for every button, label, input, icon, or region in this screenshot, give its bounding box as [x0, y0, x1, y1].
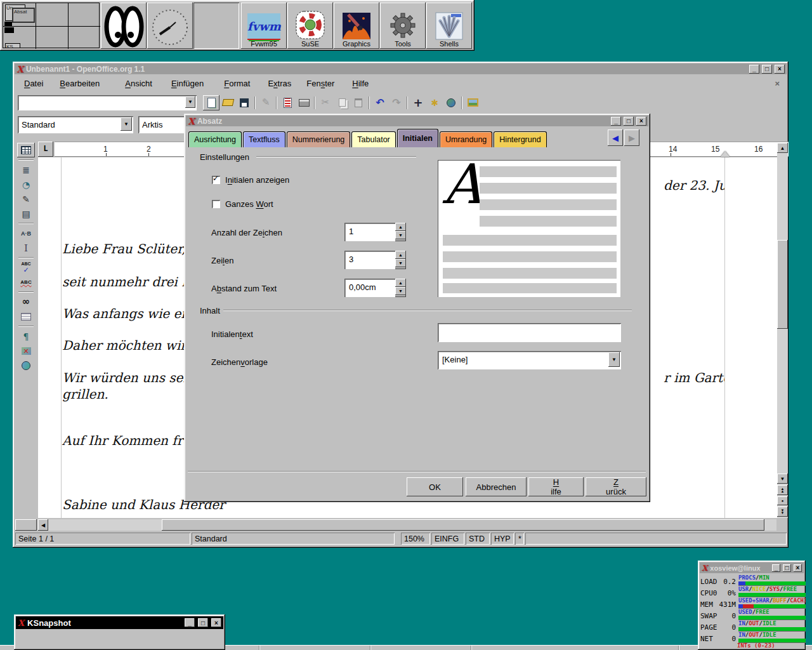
suse-button[interactable]: SuSE [287, 3, 333, 49]
paragraph-style-combobox[interactable]: Standard ▼ [18, 116, 133, 133]
whole-word-checkbox[interactable] [212, 200, 220, 208]
autotext-button[interactable]: A·B [17, 226, 35, 241]
xosview-titlebar[interactable]: X xosview@linux _ □ × [700, 562, 804, 573]
lines-spinner[interactable]: 3 ▲▼ [344, 251, 406, 269]
fvwm-pager[interactable]: Un Absat KS [3, 3, 100, 48]
xeyes-button[interactable] [101, 3, 147, 49]
dialog-maximize-button[interactable]: □ [624, 117, 634, 126]
tab-hintergrund[interactable]: Hintergrund [494, 131, 546, 147]
char-style-combobox[interactable]: [Keine] ▼ [438, 351, 621, 369]
online-layout-button[interactable] [17, 358, 35, 373]
previous-page-button[interactable]: ▲▲ [777, 485, 788, 495]
print-file-button[interactable] [296, 95, 312, 110]
insert-fields-button[interactable]: ≣ [17, 162, 35, 177]
right-indent-marker[interactable] [721, 151, 730, 157]
menu-datei[interactable]: Datei [21, 77, 46, 90]
gallery-button[interactable] [464, 95, 481, 110]
close-button[interactable]: × [211, 618, 221, 627]
menu-format[interactable]: Format [221, 77, 253, 90]
spin-up-icon[interactable]: ▲ [395, 279, 406, 287]
menu-ansicht[interactable]: Ansicht [122, 77, 155, 90]
scroll-down-icon[interactable]: ▼ [777, 474, 788, 484]
minimize-button[interactable]: _ [185, 618, 195, 627]
insert-table-button[interactable] [17, 143, 35, 157]
new-document-button[interactable] [203, 95, 219, 110]
cut-button[interactable]: ✂ [317, 95, 334, 110]
insert-objects-button[interactable]: ◔ [17, 177, 35, 192]
vertical-scrollbar[interactable]: ▲ ▼ ▲▲ ● ▼▼ [777, 143, 788, 518]
export-pdf-button[interactable] [279, 95, 296, 110]
writer-titlebar[interactable]: X Unbenannt1 - OpenOffice.org 1.1 _ □ × [15, 63, 787, 74]
ksnapshot-titlebar[interactable]: X KSnapshot _ □ × [16, 616, 223, 629]
pager-mini-window[interactable] [4, 27, 14, 33]
draw-functions-button[interactable]: ✎ [17, 192, 35, 206]
navigation-dot-button[interactable]: ● [777, 496, 788, 505]
scroll-up-icon[interactable]: ▲ [777, 143, 788, 153]
scroll-left-icon[interactable]: ◀ [38, 519, 48, 531]
menu-bearbeiten[interactable]: Bearbeiten [56, 77, 103, 90]
minimize-button[interactable]: _ [749, 65, 759, 74]
show-dropcaps-label[interactable]: Initialen anzeigen [225, 175, 289, 185]
autopilot-button[interactable]: ✱ [426, 95, 443, 110]
data-sources-button[interactable] [17, 309, 35, 324]
pager-mini-window-ksnapshot[interactable]: KS [5, 43, 20, 48]
tab-ausrichtung[interactable]: Ausrichtung [188, 131, 242, 147]
minimize-button[interactable]: _ [772, 564, 780, 572]
horizontal-scrollbar[interactable]: ◀ [38, 519, 776, 531]
dialog-titlebar[interactable]: X Absatz _ □ × [186, 116, 648, 126]
tab-type-button[interactable]: L [38, 142, 53, 157]
distance-value[interactable]: 0,00cm [344, 279, 395, 297]
menu-hilfe[interactable]: Hilfe [349, 77, 372, 90]
tab-tabulator[interactable]: Tabulator [351, 131, 395, 147]
copy-button[interactable] [334, 95, 350, 110]
menu-extras[interactable]: Extras [265, 77, 294, 90]
redo-button[interactable]: ↷ [388, 95, 405, 110]
lines-value[interactable]: 3 [344, 251, 395, 269]
undo-button[interactable]: ↶ [372, 95, 388, 110]
num-chars-spinner[interactable]: 1 ▲▼ [344, 223, 406, 241]
maximize-button[interactable]: □ [198, 618, 208, 627]
spin-down-icon[interactable]: ▼ [395, 231, 406, 239]
horizontal-scrollbar-thumb[interactable] [162, 519, 764, 531]
status-selection-mode[interactable]: STD [466, 533, 490, 545]
spin-down-icon[interactable]: ▼ [395, 259, 406, 267]
form-functions-button[interactable]: ▤ [17, 206, 35, 221]
whole-word-label[interactable]: Ganzes Wort [225, 199, 273, 209]
status-page-style[interactable]: Standard [192, 533, 395, 545]
spellcheck-button[interactable]: ABC✓ [17, 260, 35, 275]
tab-textfluss[interactable]: Textfluss [243, 131, 285, 147]
dialog-close-button[interactable]: × [636, 117, 646, 126]
spin-down-icon[interactable]: ▼ [395, 287, 406, 295]
show-dropcaps-checkbox[interactable]: ✓ [212, 176, 220, 184]
url-combobox[interactable]: ▼ [18, 95, 197, 110]
shells-button[interactable]: Shells [426, 3, 472, 49]
hyperlink-button[interactable] [443, 95, 459, 110]
menu-fenster[interactable]: Fenster [303, 77, 337, 90]
combo-dropdown-icon[interactable]: ▼ [185, 96, 195, 108]
menu-einfuegen[interactable]: Einfügen [168, 77, 207, 90]
next-page-button[interactable]: ▼▼ [777, 507, 788, 517]
close-button[interactable]: × [775, 65, 785, 74]
reset-button[interactable]: Zurück [586, 477, 646, 496]
combo-dropdown-icon[interactable]: ▼ [608, 352, 620, 367]
status-zoom[interactable]: 150% [401, 533, 430, 545]
status-hyperlink-mode[interactable]: HYP [491, 533, 514, 545]
maximize-button[interactable]: □ [783, 564, 791, 572]
nonprinting-characters-button[interactable]: ¶ [17, 329, 35, 343]
tab-nummerierung[interactable]: Nummerierung [287, 131, 351, 147]
ok-button[interactable]: OK [407, 477, 463, 496]
help-button[interactable]: Hilfe [528, 477, 584, 496]
spin-up-icon[interactable]: ▲ [395, 223, 406, 231]
status-insert-mode[interactable]: EINFG [431, 533, 464, 545]
paste-button[interactable] [350, 95, 367, 110]
navigator-button[interactable]: + [410, 95, 426, 110]
dropcap-text-input[interactable] [438, 323, 621, 342]
tab-umrandung[interactable]: Umrandung [440, 131, 492, 147]
tab-initialen[interactable]: Initialen [397, 129, 438, 147]
autospellcheck-button[interactable]: ABC [17, 275, 35, 289]
close-document-icon[interactable]: × [775, 79, 786, 88]
dialog-minimize-button[interactable]: _ [611, 117, 621, 126]
edit-file-button[interactable]: ✎ [258, 95, 274, 110]
xclock-button[interactable] [147, 3, 193, 49]
direct-cursor-button[interactable]: I [17, 241, 35, 255]
